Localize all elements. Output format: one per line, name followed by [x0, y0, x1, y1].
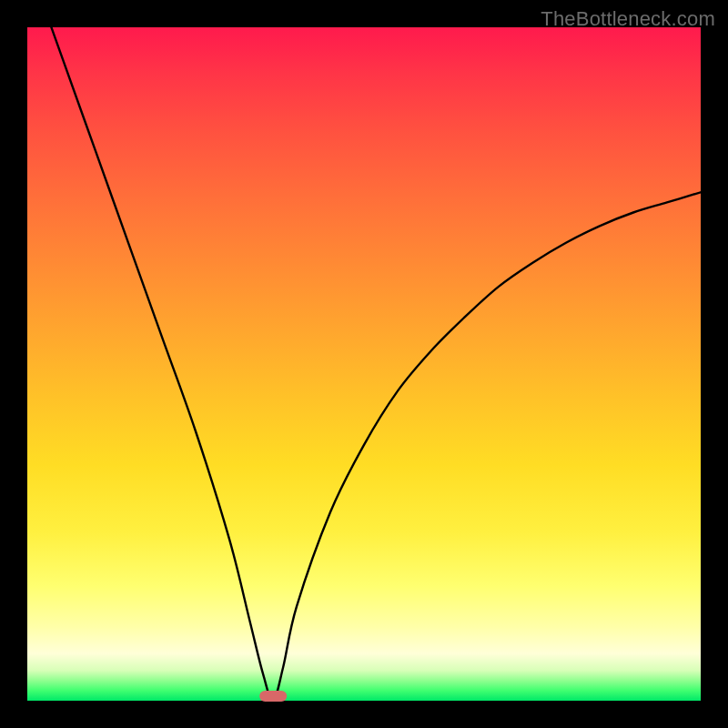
minimum-marker — [259, 691, 287, 702]
chart-frame: TheBottleneck.com — [0, 0, 728, 728]
plot-area — [27, 27, 701, 701]
bottleneck-curve — [27, 27, 701, 701]
watermark-text: TheBottleneck.com — [541, 7, 715, 31]
